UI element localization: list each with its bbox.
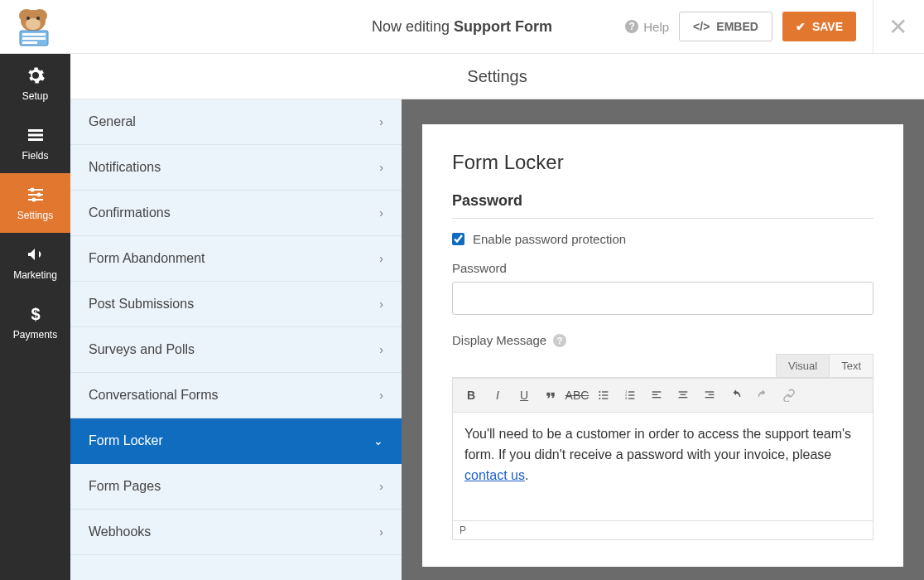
gear-icon [26, 65, 46, 85]
display-message-label: Display Message ? [452, 333, 873, 347]
sidebar-item-marketing[interactable]: Marketing [0, 233, 70, 292]
settings-header: Settings [70, 54, 924, 99]
enable-password-checkbox[interactable] [452, 233, 464, 245]
svg-rect-36 [681, 394, 686, 395]
bullet-list-button[interactable] [592, 384, 615, 407]
svg-point-17 [36, 193, 41, 197]
panel-title: Form Locker [452, 151, 873, 174]
content-wrap: Form Locker Password Enable password pro… [402, 99, 924, 580]
sidebar-item-setup[interactable]: Setup [0, 54, 70, 114]
undo-button[interactable] [724, 384, 748, 407]
align-left-button[interactable] [645, 384, 668, 407]
bullhorn-icon [26, 244, 46, 264]
svg-rect-34 [652, 397, 662, 398]
svg-rect-35 [679, 391, 688, 392]
svg-rect-32 [652, 391, 662, 392]
svg-rect-7 [22, 33, 46, 36]
svg-rect-25 [602, 398, 608, 399]
check-icon: ✔ [796, 20, 806, 33]
svg-rect-38 [705, 391, 715, 392]
contact-us-link[interactable]: contact us [464, 468, 525, 482]
svg-rect-11 [28, 134, 43, 137]
code-icon: </> [693, 20, 710, 33]
dollar-icon: $ [26, 304, 46, 324]
svg-rect-33 [652, 394, 658, 395]
help-icon: ? [625, 20, 638, 33]
italic-button[interactable]: I [486, 384, 509, 407]
list-icon [26, 125, 46, 145]
menu-item-post-submissions[interactable]: Post Submissions› [70, 282, 402, 327]
svg-rect-29 [628, 394, 634, 395]
password-label: Password [452, 261, 873, 275]
menu-item-general[interactable]: General› [70, 99, 402, 145]
redo-button[interactable] [751, 384, 774, 407]
editor-toolbar: B I U ABC 123 [453, 378, 873, 413]
svg-rect-21 [602, 391, 608, 392]
editor-content[interactable]: You'll need to be a customer in order to… [453, 413, 873, 520]
underline-button[interactable]: U [513, 384, 536, 407]
bold-button[interactable]: B [460, 384, 483, 407]
editor: B I U ABC 123 [452, 377, 873, 540]
top-bar: Now editing Support Form ? Help </> EMBE… [0, 0, 924, 54]
menu-item-webhooks[interactable]: Webhooks› [70, 510, 402, 555]
menu-item-form-abandonment[interactable]: Form Abandonment› [70, 236, 402, 282]
sidebar-item-payments[interactable]: $ Payments [0, 292, 70, 352]
help-link[interactable]: ? Help [625, 20, 669, 34]
editor-tab-visual[interactable]: Visual [776, 354, 830, 377]
chevron-right-icon: › [379, 343, 383, 356]
svg-point-5 [36, 17, 40, 20]
menu-item-form-pages[interactable]: Form Pages› [70, 464, 402, 510]
svg-rect-9 [22, 41, 37, 44]
svg-point-20 [599, 391, 600, 393]
svg-point-4 [26, 17, 30, 20]
link-button[interactable] [777, 384, 801, 407]
enable-password-checkbox-row[interactable]: Enable password protection [452, 232, 873, 246]
numbered-list-button[interactable]: 123 [618, 384, 642, 407]
editor-tab-text[interactable]: Text [829, 354, 873, 377]
svg-rect-39 [709, 394, 715, 395]
align-center-button[interactable] [671, 384, 695, 407]
sidebar-item-fields[interactable]: Fields [0, 114, 70, 173]
chevron-right-icon: › [379, 206, 383, 220]
svg-point-18 [31, 198, 36, 202]
svg-text:3: 3 [625, 396, 628, 400]
menu-item-confirmations[interactable]: Confirmations› [70, 191, 402, 236]
svg-point-3 [26, 18, 41, 30]
form-locker-panel: Form Locker Password Enable password pro… [422, 124, 903, 567]
svg-rect-27 [628, 391, 634, 392]
svg-rect-23 [602, 394, 608, 395]
chevron-right-icon: › [379, 297, 383, 311]
svg-text:$: $ [31, 305, 40, 323]
strikethrough-button[interactable]: ABC [565, 384, 589, 407]
svg-rect-40 [705, 397, 715, 398]
align-right-button[interactable] [698, 384, 721, 407]
menu-item-conversational-forms[interactable]: Conversational Forms› [70, 373, 402, 418]
svg-point-22 [599, 394, 600, 396]
svg-rect-12 [28, 138, 43, 141]
section-password-title: Password [452, 192, 873, 219]
chevron-right-icon: › [379, 389, 383, 402]
editor-tabs: Visual Text [452, 354, 873, 377]
help-icon[interactable]: ? [553, 334, 566, 347]
menu-item-form-locker[interactable]: Form Locker⌄ [70, 418, 402, 464]
embed-button[interactable]: </> EMBED [679, 12, 772, 41]
chevron-right-icon: › [379, 525, 383, 539]
chevron-right-icon: › [379, 161, 383, 174]
sidebar-item-settings[interactable]: Settings [0, 173, 70, 233]
editor-statusbar: P [453, 520, 873, 539]
save-button[interactable]: ✔ SAVE [782, 12, 856, 41]
svg-point-24 [599, 398, 600, 399]
password-input[interactable] [452, 282, 873, 315]
chevron-right-icon: › [379, 252, 383, 265]
menu-item-surveys-polls[interactable]: Surveys and Polls› [70, 327, 402, 373]
chevron-right-icon: › [379, 115, 383, 128]
svg-rect-10 [28, 129, 43, 132]
svg-rect-37 [679, 397, 688, 398]
svg-rect-8 [22, 37, 46, 40]
chevron-right-icon: › [379, 480, 383, 493]
chevron-down-icon: ⌄ [373, 434, 383, 447]
blockquote-button[interactable] [539, 384, 562, 407]
menu-item-notifications[interactable]: Notifications› [70, 145, 402, 191]
svg-rect-31 [628, 398, 634, 399]
close-button[interactable]: ✕ [873, 0, 907, 54]
